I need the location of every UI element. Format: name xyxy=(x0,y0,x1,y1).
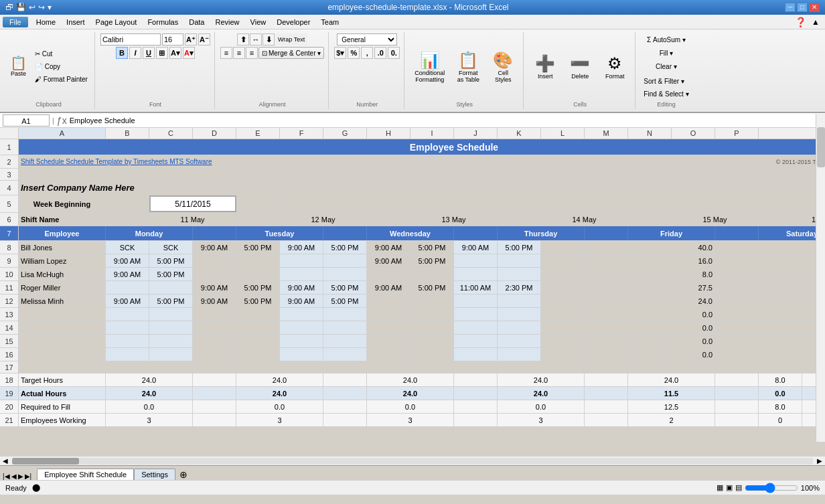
col-header-h[interactable]: H xyxy=(367,128,410,139)
font-name-input[interactable] xyxy=(100,33,161,46)
roger-tue1[interactable]: 9:00 AM xyxy=(193,281,236,294)
emp-fri2[interactable] xyxy=(715,414,759,426)
cell-j16[interactable] xyxy=(454,348,498,361)
decrease-decimal-button[interactable]: 0. xyxy=(388,47,400,59)
bill-sat2[interactable] xyxy=(585,241,628,254)
melissa-wed2[interactable]: 5:00 PM xyxy=(323,295,367,307)
william-thu2[interactable]: 5:00 PM xyxy=(410,254,454,267)
view-page-break-icon[interactable]: ▤ xyxy=(735,483,742,492)
emp-tue2[interactable] xyxy=(323,414,367,426)
roger-sat2[interactable] xyxy=(585,281,628,294)
sheet-first-icon[interactable]: |◀ xyxy=(3,473,10,480)
melissa-thu1[interactable] xyxy=(367,295,410,307)
roger-fri1[interactable]: 11:00 AM xyxy=(454,281,498,294)
cell-c2[interactable] xyxy=(367,155,410,168)
cell-a16[interactable] xyxy=(19,348,106,361)
roger-thu2[interactable]: 5:00 PM xyxy=(410,281,454,294)
cell-h2[interactable] xyxy=(585,155,628,168)
lisa-tue2[interactable] xyxy=(236,268,280,280)
target-wed2[interactable] xyxy=(454,373,498,386)
cell-k15[interactable] xyxy=(498,335,541,347)
melissa-sun[interactable] xyxy=(628,295,672,307)
cell-j14[interactable] xyxy=(454,321,498,334)
lisa-sun[interactable] xyxy=(628,268,672,280)
menu-developer[interactable]: Developer xyxy=(271,17,315,27)
lisa-thu1[interactable] xyxy=(367,268,410,280)
req-mon2[interactable] xyxy=(193,400,236,413)
fill-color-button[interactable]: A▾ xyxy=(169,47,181,59)
menu-review[interactable]: Review xyxy=(210,17,244,27)
comma-button[interactable]: , xyxy=(361,47,373,59)
quick-access-save[interactable]: 💾 xyxy=(16,3,26,12)
melissa-sat1[interactable] xyxy=(541,295,585,307)
company-name-cell[interactable]: Insert Company Name Here xyxy=(19,181,287,195)
cell-c13[interactable] xyxy=(149,308,193,321)
roger-mon2[interactable] xyxy=(149,281,193,294)
employee-bill[interactable]: Bill Jones xyxy=(19,241,106,254)
align-middle-button[interactable]: ↔ xyxy=(250,33,262,46)
cell-e2[interactable] xyxy=(454,155,498,168)
conditional-formatting-button[interactable]: 📊 ConditionalFormatting xyxy=(410,49,449,85)
william-tue1[interactable] xyxy=(193,254,236,267)
req-tue2[interactable] xyxy=(323,400,367,413)
paste-button[interactable]: 📋 Paste xyxy=(7,54,30,79)
bill-fri2[interactable]: 5:00 PM xyxy=(498,241,541,254)
bill-fri1[interactable]: 9:00 AM xyxy=(454,241,498,254)
roger-tue2[interactable]: 5:00 PM xyxy=(236,281,280,294)
cell-g15[interactable] xyxy=(323,335,367,347)
menu-data[interactable]: Data xyxy=(183,17,210,27)
function-icon[interactable]: ƒx xyxy=(57,115,67,126)
cell-f16[interactable] xyxy=(280,348,323,361)
number-format-select[interactable]: General Number Currency Date xyxy=(337,33,397,46)
cell-d16[interactable] xyxy=(193,348,236,361)
view-normal-icon[interactable]: ▦ xyxy=(717,483,723,492)
roger-mon1[interactable] xyxy=(106,281,149,294)
cell-k6[interactable] xyxy=(498,213,541,226)
actual-mon2[interactable] xyxy=(193,387,236,400)
copy-button[interactable]: 📄 Copy xyxy=(32,61,90,73)
week-date-cell[interactable]: 5/11/2015 xyxy=(149,195,236,212)
col-header-i[interactable]: I xyxy=(410,128,454,139)
target-mon2[interactable] xyxy=(193,373,236,386)
emp-thu2[interactable] xyxy=(585,414,628,426)
cell-h16[interactable] xyxy=(367,348,410,361)
help-icon[interactable]: ❓ xyxy=(795,17,806,27)
col-header-n[interactable]: N xyxy=(628,128,672,139)
lisa-wed2[interactable] xyxy=(323,268,367,280)
col-header-g[interactable]: G xyxy=(323,128,367,139)
row5-rest[interactable] xyxy=(236,195,825,212)
empty-row-17[interactable] xyxy=(19,361,825,373)
cell-l13[interactable] xyxy=(541,308,585,321)
lisa-mon2[interactable]: 5:00 PM xyxy=(149,268,193,280)
cell-k16[interactable] xyxy=(498,348,541,361)
cell-h6[interactable] xyxy=(367,213,410,226)
wrap-text-button[interactable]: Wrap Text xyxy=(275,33,307,46)
cell-i16[interactable] xyxy=(410,348,454,361)
cell-e15[interactable] xyxy=(236,335,280,347)
col-header-o[interactable]: O xyxy=(672,128,715,139)
menu-home[interactable]: Home xyxy=(31,17,61,27)
william-fri2[interactable] xyxy=(498,254,541,267)
col-header-j[interactable]: J xyxy=(454,128,498,139)
sheet-tab-settings[interactable]: Settings xyxy=(134,469,175,480)
melissa-tue1[interactable]: 9:00 AM xyxy=(193,295,236,307)
emp-mon2[interactable] xyxy=(193,414,236,426)
menu-insert[interactable]: Insert xyxy=(61,17,90,27)
row4-rest[interactable] xyxy=(287,181,825,195)
cell-l14[interactable] xyxy=(541,321,585,334)
lisa-sat1[interactable] xyxy=(541,268,585,280)
col-header-c[interactable]: C xyxy=(149,128,193,139)
cell-m15[interactable] xyxy=(585,335,628,347)
format-painter-button[interactable]: 🖌 Format Painter xyxy=(32,74,90,86)
target-tue2[interactable] xyxy=(323,373,367,386)
font-size-input[interactable] xyxy=(162,33,183,46)
bill-thu2[interactable]: 5:00 PM xyxy=(410,241,454,254)
col-header-b[interactable]: B xyxy=(106,128,149,139)
scrollbar-thumb[interactable] xyxy=(817,127,825,167)
melissa-mon2[interactable]: 5:00 PM xyxy=(149,295,193,307)
cell-f15[interactable] xyxy=(280,335,323,347)
melissa-sat2[interactable] xyxy=(585,295,628,307)
menu-page-layout[interactable]: Page Layout xyxy=(90,17,143,27)
horizontal-scrollbar[interactable]: ◀ ▶ xyxy=(0,456,825,465)
increase-decimal-button[interactable]: .0 xyxy=(374,47,386,59)
